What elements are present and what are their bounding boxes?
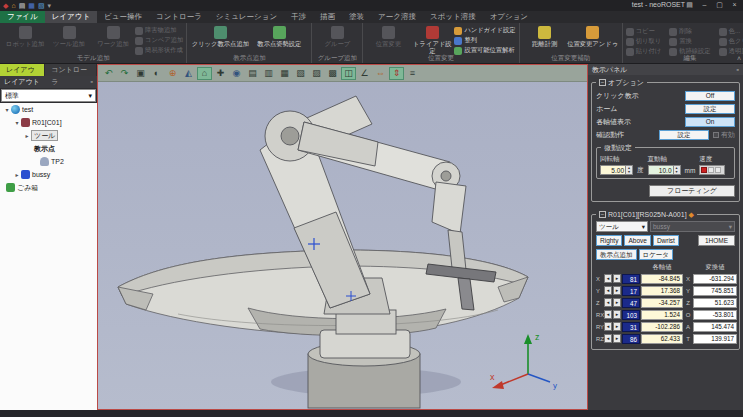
jog-plus-button[interactable]: ▸: [613, 334, 621, 343]
pin-icon[interactable]: ▫: [737, 64, 739, 75]
home-set-button[interactable]: 設定: [685, 104, 735, 114]
minimize-icon[interactable]: –: [698, 0, 711, 10]
tab-arc-welding[interactable]: アーク溶接: [371, 11, 423, 23]
ribbon-display-options-icon[interactable]: ▤: [683, 0, 696, 10]
tab-spot-welding[interactable]: スポット溶接: [423, 11, 483, 23]
collapse-icon[interactable]: −: [599, 79, 606, 86]
color-button[interactable]: 色...: [719, 27, 743, 36]
cut-button[interactable]: 切り取り: [626, 37, 661, 46]
teach-point-pose-button[interactable]: 教示点姿勢設定: [250, 24, 308, 47]
panel-tab-controller[interactable]: コントローラ: [45, 64, 96, 76]
jog-minus-button[interactable]: ◂: [604, 334, 612, 343]
view-back-icon[interactable]: ▥: [261, 67, 276, 80]
spinner-icon[interactable]: ▴▾: [625, 166, 632, 174]
tab-view-operation[interactable]: ビュー操作: [97, 11, 149, 23]
collapse-icon[interactable]: −: [599, 211, 606, 218]
expander-icon[interactable]: ▾: [13, 119, 21, 126]
view-home-icon[interactable]: ⌂: [197, 67, 212, 80]
replace-button[interactable]: 置換: [669, 37, 710, 46]
tab-drawing[interactable]: 描画: [313, 11, 342, 23]
jog-minus-button[interactable]: ◂: [604, 310, 612, 319]
tree-item-trash[interactable]: ごみ箱: [0, 181, 97, 194]
tab-layout[interactable]: レイアウト: [45, 11, 97, 23]
jog-plus-button[interactable]: ▸: [613, 322, 621, 331]
expander-icon[interactable]: ▸: [13, 171, 21, 178]
position-change-button[interactable]: 位置変更: [366, 24, 410, 47]
dwrist-button[interactable]: Dwrist: [653, 235, 679, 246]
quick-access-caret-icon[interactable]: ▾: [48, 1, 52, 10]
delete-button[interactable]: 削除: [669, 27, 710, 36]
click-teach-off-button[interactable]: Off: [685, 91, 735, 101]
jog-plus-button[interactable]: ▸: [613, 274, 621, 283]
view-iso-icon[interactable]: ◫: [341, 67, 356, 80]
jog-plus-button[interactable]: ▸: [613, 286, 621, 295]
tab-file[interactable]: ファイル: [0, 11, 45, 23]
tool-selector-dropdown[interactable]: ツール ▾: [596, 221, 648, 232]
axis-display-on-button[interactable]: On: [685, 117, 735, 127]
jog-plus-button[interactable]: ▸: [613, 298, 621, 307]
pan-icon[interactable]: ✚: [213, 67, 228, 80]
tool-value-dropdown[interactable]: bussy ▾: [650, 221, 735, 232]
tree-item-robot[interactable]: ▾ R01[C01]: [0, 116, 97, 129]
pin-icon[interactable]: ▫: [91, 76, 93, 88]
add-conveyor-button[interactable]: コンベア追加: [135, 36, 183, 45]
view-bottom-icon[interactable]: ▧: [293, 67, 308, 80]
triad-setting-button[interactable]: トライアド設定: [410, 24, 454, 54]
jog-minus-button[interactable]: ◂: [604, 274, 612, 283]
align-button[interactable]: 整列: [454, 36, 515, 45]
tree-item-test[interactable]: ▾ test: [0, 103, 97, 116]
add-tool-button[interactable]: ツール追加: [47, 24, 91, 47]
app-icon[interactable]: ◆: [3, 1, 8, 10]
undo-icon[interactable]: ↶: [101, 67, 116, 80]
preset-dropdown[interactable]: 標準 ▾: [1, 89, 96, 102]
position-undo-button[interactable]: 位置変更アンドゥ: [567, 24, 619, 47]
tree-item-bussy[interactable]: ▸ bussy: [0, 168, 97, 181]
locator-button[interactable]: ロケータ: [639, 249, 673, 260]
tab-simulation[interactable]: シミュレーション: [209, 11, 284, 23]
confirm-motion-set-button[interactable]: 設定: [659, 130, 709, 140]
home-icon[interactable]: ⌂: [11, 1, 15, 10]
floating-button[interactable]: フローティング: [649, 185, 735, 197]
jog-minus-button[interactable]: ◂: [604, 298, 612, 307]
tree-item-teach-points[interactable]: 教示点: [0, 142, 97, 155]
jog-minus-button[interactable]: ◂: [604, 286, 612, 295]
redo-icon[interactable]: ↷: [117, 67, 132, 80]
jog-joint-icon[interactable]: ⇕: [389, 67, 404, 80]
measure-icon[interactable]: ⇔: [373, 67, 388, 80]
righty-button[interactable]: Righty: [596, 235, 622, 246]
jog-minus-button[interactable]: ◂: [604, 322, 612, 331]
click-teach-point-button[interactable]: クリック教示点追加: [190, 24, 250, 47]
tab-controller[interactable]: コントローラ: [149, 11, 209, 23]
distance-measure-button[interactable]: 距離計測: [523, 24, 567, 47]
close-icon[interactable]: ×: [728, 0, 741, 10]
color-clear-button[interactable]: 色クリア: [719, 37, 743, 46]
view-right-icon[interactable]: ▩: [325, 67, 340, 80]
hand-guide-setting-button[interactable]: ハンドガイド設定: [454, 26, 515, 35]
jog-tool-icon[interactable]: ≡: [405, 67, 420, 80]
tree-item-tool[interactable]: ▸ ツール: [0, 129, 97, 142]
expander-icon[interactable]: ▾: [3, 106, 11, 113]
view-left-icon[interactable]: ▨: [309, 67, 324, 80]
tab-painting[interactable]: 塗装: [342, 11, 371, 23]
viewport-3d[interactable]: ↶ ↷ ▣ ◐ ⊕ ◭ ⌂ ✚ ◉ ▤ ▥ ▦ ▧ ▨ ▩ ◫ ∠ ⇔ ⇕ ≡: [97, 64, 588, 410]
robot-3d-scene[interactable]: z x y: [98, 82, 587, 409]
add-teach-point-button[interactable]: 教示点追加: [596, 249, 637, 260]
home1-button[interactable]: 1HOME: [698, 235, 735, 246]
jog-plus-button[interactable]: ▸: [613, 310, 621, 319]
copy-button[interactable]: コピー: [626, 27, 661, 36]
expander-icon[interactable]: ▸: [23, 132, 31, 139]
save-icon[interactable]: ▦: [28, 1, 35, 10]
shading-mode-icon[interactable]: ◐: [149, 67, 164, 80]
restore-icon[interactable]: ▢: [713, 0, 726, 10]
orbit-icon[interactable]: ◭: [181, 67, 196, 80]
tab-interference[interactable]: 干渉: [284, 11, 313, 23]
rotation-step-input[interactable]: 5.00 ▴▾: [600, 165, 633, 175]
zoom-fit-icon[interactable]: ⊕: [165, 67, 180, 80]
tree-item-tp2[interactable]: TP2: [0, 155, 97, 168]
view-top-icon[interactable]: ▦: [277, 67, 292, 80]
add-work-button[interactable]: ワーク追加: [91, 24, 135, 47]
above-button[interactable]: Above: [624, 235, 650, 246]
add-obstacle-button[interactable]: 障害物追加: [135, 26, 183, 35]
snapshot-icon[interactable]: ▣: [133, 67, 148, 80]
rotate-view-icon[interactable]: ◉: [229, 67, 244, 80]
